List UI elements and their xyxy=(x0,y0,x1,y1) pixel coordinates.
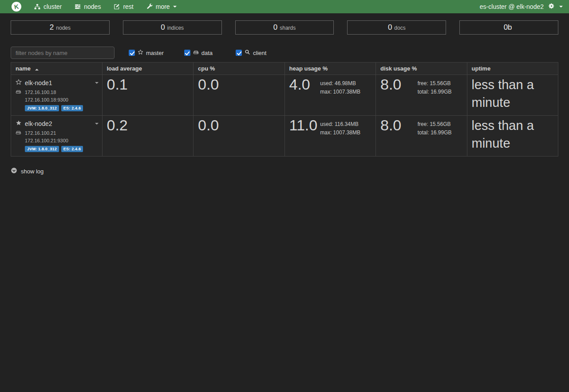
search-icon xyxy=(245,49,250,56)
nav-item-rest[interactable]: rest xyxy=(114,3,133,10)
nav-item-label: more xyxy=(156,3,170,10)
stat-value: 0b xyxy=(504,23,512,32)
stat-label: nodes xyxy=(56,25,71,31)
jvm-version-badge: JVM: 1.8.0_312 xyxy=(25,105,59,111)
filter-row: master data client xyxy=(11,47,558,59)
checkbox-checked[interactable] xyxy=(236,50,242,56)
header-load-average[interactable]: load average xyxy=(102,63,194,75)
disk-percent: 8.0 xyxy=(380,76,401,96)
heap-used: used: 116.34MB xyxy=(320,120,360,129)
sort-asc-icon xyxy=(35,69,39,71)
disk-usage-cell: 8.0 free: 15.56GB total: 16.99GB xyxy=(376,75,467,116)
show-log-label: show log xyxy=(21,168,43,175)
stat-value: 0 xyxy=(161,23,165,32)
filter-master-checkbox[interactable]: master xyxy=(129,49,164,56)
heap-percent: 4.0 xyxy=(289,76,310,96)
gear-icon[interactable] xyxy=(548,3,555,11)
filter-data-label: data xyxy=(202,50,213,56)
uptime-value: less than a minute xyxy=(467,75,558,116)
es-version-badge: ES: 2.4.6 xyxy=(61,146,83,152)
nav-item-label: nodes xyxy=(84,3,101,10)
header-heap-usage[interactable]: heap usage % xyxy=(284,63,376,75)
node-actions-chevron-icon[interactable] xyxy=(95,82,99,84)
uptime-value: less than a minute xyxy=(467,116,558,157)
cluster-stats-row: 2 nodes 0 indices 0 shards 0 docs 0b xyxy=(11,20,558,35)
node-cell: elk-node1 172.16.100.18 172.16.100.18:93… xyxy=(11,75,103,116)
sitemap-icon xyxy=(34,4,40,10)
nav-item-label: cluster xyxy=(43,3,62,10)
hdd-icon xyxy=(193,49,199,56)
show-log-button[interactable]: show log xyxy=(11,167,43,175)
star-outline-icon xyxy=(138,49,143,56)
filter-client-label: client xyxy=(253,50,266,56)
cpu-value: 0.0 xyxy=(194,116,285,157)
stat-value: 0 xyxy=(388,23,392,32)
header-disk-usage[interactable]: disk usage % xyxy=(376,63,467,75)
stat-value: 2 xyxy=(50,23,54,32)
nav-item-label: rest xyxy=(123,3,133,10)
stat-label: docs xyxy=(394,25,405,31)
heap-usage-cell: 4.0 used: 46.98MB max: 1007.38MB xyxy=(284,75,376,116)
es-version-badge: ES: 2.4.6 xyxy=(61,105,83,111)
filter-data-checkbox[interactable]: data xyxy=(184,49,213,56)
table-row: elk-node2 172.16.100.21 172.16.100.21:93… xyxy=(11,116,558,157)
navbar: K cluster nodes rest more es-cluster @ e… xyxy=(0,0,569,13)
load-average-value: 0.1 xyxy=(102,75,194,116)
table-row: elk-node1 172.16.100.18 172.16.100.18:93… xyxy=(11,75,558,116)
node-cell: elk-node2 172.16.100.21 172.16.100.21:93… xyxy=(11,116,103,157)
disk-free: free: 15.56GB xyxy=(418,120,452,129)
heap-usage-cell: 11.0 used: 116.34MB max: 1007.38MB xyxy=(284,116,376,157)
node-transport-address: 172.16.100.18:9300 xyxy=(25,97,99,102)
server-icon xyxy=(75,4,81,10)
node-name: elk-node1 xyxy=(25,79,52,86)
heap-percent: 11.0 xyxy=(289,117,318,137)
chevron-down-icon[interactable] xyxy=(559,6,563,8)
header-uptime[interactable]: uptime xyxy=(467,63,558,75)
checkbox-checked[interactable] xyxy=(129,50,135,56)
stat-label: shards xyxy=(280,25,296,31)
cpu-value: 0.0 xyxy=(194,75,285,116)
node-actions-chevron-icon[interactable] xyxy=(95,123,99,125)
disk-free: free: 15.56GB xyxy=(418,79,452,88)
stat-size: 0b xyxy=(459,20,558,35)
chevron-down-icon xyxy=(173,6,177,8)
nav-item-more[interactable]: more xyxy=(146,3,177,10)
table-header-row: name load average cpu % heap usage % dis… xyxy=(11,63,558,75)
stat-nodes: 2 nodes xyxy=(11,20,110,35)
header-cpu[interactable]: cpu % xyxy=(194,63,285,75)
node-transport-address: 172.16.100.21:9300 xyxy=(25,138,99,143)
nodes-table: name load average cpu % heap usage % dis… xyxy=(11,62,558,157)
star-outline-icon xyxy=(16,79,22,86)
main-content: 2 nodes 0 indices 0 shards 0 docs 0b mas… xyxy=(0,20,569,175)
checkbox-checked[interactable] xyxy=(184,50,190,56)
kopf-logo[interactable]: K xyxy=(12,2,21,12)
edit-icon xyxy=(114,4,120,10)
disk-percent: 8.0 xyxy=(380,117,401,137)
filter-nodes-input[interactable] xyxy=(11,47,115,59)
header-name[interactable]: name xyxy=(11,63,103,75)
stat-label: indices xyxy=(167,25,184,31)
disk-total: total: 16.99GB xyxy=(418,129,452,137)
heap-max: max: 1007.38MB xyxy=(320,129,360,137)
heap-max: max: 1007.38MB xyxy=(320,88,360,96)
connected-cluster-label: es-cluster @ elk-node2 xyxy=(480,3,544,10)
disk-usage-cell: 8.0 free: 15.56GB total: 16.99GB xyxy=(376,116,467,157)
node-ip: 172.16.100.18 xyxy=(25,90,56,95)
chevron-circle-down-icon xyxy=(11,167,17,175)
disk-total: total: 16.99GB xyxy=(418,88,452,96)
load-average-value: 0.2 xyxy=(102,116,194,157)
hdd-icon xyxy=(16,89,21,95)
star-filled-icon xyxy=(16,120,22,127)
nav-item-nodes[interactable]: nodes xyxy=(75,3,101,10)
stat-indices: 0 indices xyxy=(123,20,222,35)
node-ip: 172.16.100.21 xyxy=(25,130,56,136)
filter-master-label: master xyxy=(146,50,164,56)
filter-client-checkbox[interactable]: client xyxy=(236,49,266,56)
heap-used: used: 46.98MB xyxy=(320,79,360,88)
nav-item-cluster[interactable]: cluster xyxy=(34,3,62,10)
stat-value: 0 xyxy=(273,23,277,32)
stat-shards: 0 shards xyxy=(235,20,334,35)
node-name: elk-node2 xyxy=(25,120,52,127)
hdd-icon xyxy=(16,129,21,136)
wrench-icon xyxy=(146,4,153,10)
